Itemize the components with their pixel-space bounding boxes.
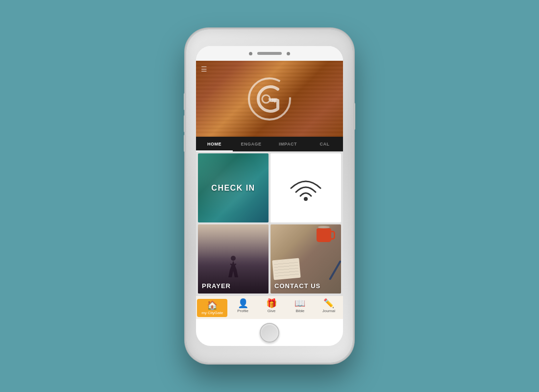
svg-point-6 xyxy=(231,256,236,261)
wifi-icon xyxy=(289,174,323,201)
wifi-tile[interactable] xyxy=(270,153,341,222)
app-screen: ☰ HOME xyxy=(196,61,343,319)
hamburger-icon[interactable]: ☰ xyxy=(201,66,207,73)
nav-item-impact[interactable]: IMPACT xyxy=(270,137,306,151)
home-icon: 🏠 xyxy=(207,301,218,310)
bible-label: Bible xyxy=(296,309,305,313)
contact-tile[interactable]: CONTACT US xyxy=(270,224,341,294)
svg-point-5 xyxy=(304,197,308,201)
home-label: my CityGate xyxy=(201,311,223,315)
app-nav: HOME ENGAGE IMPACT CAL xyxy=(196,137,343,151)
journal-label: Journal xyxy=(322,309,335,313)
bottom-nav-give[interactable]: 🎁 Give xyxy=(257,299,286,317)
prayer-tile[interactable]: PRAYER xyxy=(198,224,269,294)
phone-frame: ☰ HOME xyxy=(186,29,353,363)
camera-dot-2 xyxy=(287,52,290,55)
phone-screen: ☰ HOME xyxy=(196,46,343,346)
journal-icon: ✏️ xyxy=(323,299,334,308)
app-header: ☰ xyxy=(196,61,343,137)
contact-cup xyxy=(317,228,331,242)
prayer-label: PRAYER xyxy=(198,278,269,294)
contact-pen xyxy=(329,260,341,280)
camera-dot xyxy=(249,52,252,55)
nav-item-cal[interactable]: CAL xyxy=(306,137,343,151)
phone-top-bar xyxy=(196,46,343,61)
nav-item-home[interactable]: HOME xyxy=(196,137,233,151)
bible-icon: 📖 xyxy=(294,299,305,308)
checkin-tile[interactable]: CHECK IN xyxy=(198,153,269,222)
profile-label: Profile xyxy=(237,309,248,313)
bottom-nav-journal[interactable]: ✏️ Journal xyxy=(315,299,343,317)
tiles-grid: CHECK IN xyxy=(196,151,343,295)
bottom-nav: 🏠 my CityGate 👤 Profile 🎁 Give 📖 Bible ✏ xyxy=(196,295,343,319)
nav-item-engage[interactable]: ENGAGE xyxy=(233,137,270,151)
contact-label: CONTACT US xyxy=(270,278,341,294)
bottom-nav-home[interactable]: 🏠 my CityGate xyxy=(197,299,227,317)
app-logo xyxy=(243,72,296,126)
give-label: Give xyxy=(268,309,275,313)
home-button[interactable] xyxy=(260,323,279,343)
contact-notebook xyxy=(272,258,300,280)
bottom-nav-bible[interactable]: 📖 Bible xyxy=(286,299,314,317)
phone-bottom-area xyxy=(196,319,343,346)
give-icon: 🎁 xyxy=(266,299,277,308)
checkin-label: CHECK IN xyxy=(198,180,269,196)
profile-icon: 👤 xyxy=(238,299,248,308)
bottom-nav-profile[interactable]: 👤 Profile xyxy=(228,299,257,317)
speaker-slot xyxy=(257,52,282,55)
